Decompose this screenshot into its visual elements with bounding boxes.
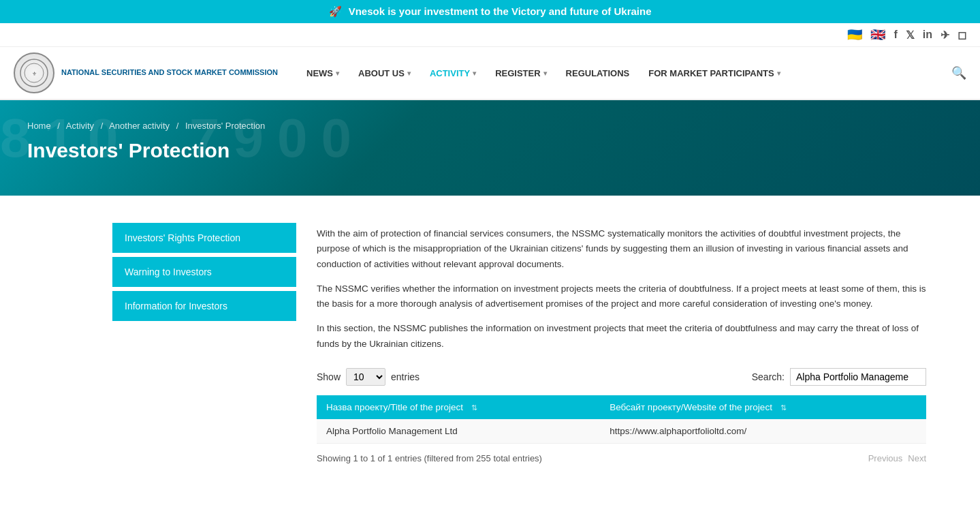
nav-register[interactable]: REGISTER ▾	[487, 63, 554, 84]
search-label: Search:	[752, 371, 785, 382]
sidebar-item-investors-rights[interactable]: Investors' Rights Protection	[112, 223, 296, 253]
logo-emblem: ⚜	[14, 52, 54, 93]
show-entries-control: Show 10 25 50 100 entries	[317, 368, 420, 386]
breadcrumb: Home / Activity / Another activity / Inv…	[27, 121, 953, 131]
search-input[interactable]	[790, 368, 926, 386]
breadcrumb-another-activity[interactable]: Another activity	[109, 121, 170, 131]
table-controls: Show 10 25 50 100 entries Search:	[317, 368, 926, 386]
search-box: Search:	[752, 368, 926, 386]
uk-flag-icon[interactable]: 🇬🇧	[870, 27, 885, 42]
intro-paragraph-1: With the aim of protection of financial …	[317, 226, 926, 272]
content-area: Investors' Rights Protection Warning to …	[0, 196, 953, 491]
project-website-cell[interactable]: https://www.alphaportfolioltd.com/	[600, 419, 926, 444]
nav-about-us[interactable]: ABOUT US ▾	[350, 63, 419, 84]
twitter-link[interactable]: 𝕏	[906, 29, 915, 42]
search-icon[interactable]: 🔍	[951, 65, 966, 80]
sort-arrows-icon[interactable]: ⇅	[780, 403, 787, 412]
breadcrumb-home[interactable]: Home	[27, 121, 51, 131]
banner-text: Vnesok is your investment to the Victory…	[349, 5, 652, 17]
chevron-down-icon: ▾	[336, 70, 339, 77]
chevron-down-icon: ▾	[777, 70, 780, 77]
projects-table: Назва проекту/Title of the project ⇅ Веб…	[317, 395, 926, 444]
pagination-info: Showing 1 to 1 of 1 entries (filtered fr…	[317, 453, 542, 463]
pagination-area: Showing 1 to 1 of 1 entries (filtered fr…	[317, 453, 926, 463]
chevron-down-icon: ▾	[407, 70, 411, 77]
telegram-link[interactable]: ✈	[941, 29, 949, 42]
ukraine-flag-icon[interactable]: 🇺🇦	[847, 27, 862, 42]
instagram-link[interactable]: ◻	[958, 29, 966, 42]
sidebar-item-information[interactable]: Information for Investors	[112, 291, 296, 321]
page-title: Investors' Protection	[27, 139, 953, 162]
header: ⚜ NATIONAL SECURITIES AND STOCK MARKET C…	[0, 47, 980, 100]
breadcrumb-current: Investors' Protection	[185, 121, 265, 131]
hero-banner: Home / Activity / Another activity / Inv…	[0, 100, 980, 196]
table-row: Alpha Portfolio Management Ltd https://w…	[317, 419, 926, 444]
main-nav: NEWS ▾ ABOUT US ▾ ACTIVITY ▾ REGISTER ▾ …	[298, 63, 966, 84]
entries-select[interactable]: 10 25 50 100	[346, 368, 385, 386]
main-content: With the aim of protection of financial …	[317, 223, 926, 463]
social-bar: 🇺🇦 🇬🇧 f 𝕏 in ✈ ◻	[0, 23, 980, 47]
nav-regulations[interactable]: REGULATIONS	[558, 63, 638, 84]
intro-paragraph-2: The NSSMC verifies whether the informati…	[317, 281, 926, 312]
show-label: Show	[317, 371, 341, 382]
linkedin-link[interactable]: in	[923, 29, 932, 41]
chevron-down-icon: ▾	[473, 70, 476, 77]
sort-arrows-icon[interactable]: ⇅	[471, 403, 477, 412]
svg-text:⚜: ⚜	[32, 71, 37, 77]
sidebar: Investors' Rights Protection Warning to …	[112, 223, 296, 463]
col-project-website[interactable]: Вебсайт проекту/Website of the project ⇅	[600, 395, 926, 419]
top-banner: 🚀 Vnesok is your investment to the Victo…	[0, 0, 980, 23]
logo-link[interactable]: ⚜ NATIONAL SECURITIES AND STOCK MARKET C…	[14, 52, 278, 93]
nav-market-participants[interactable]: FOR MARKET PARTICIPANTS ▾	[640, 63, 788, 84]
project-title-cell: Alpha Portfolio Management Ltd	[317, 419, 600, 444]
banner-flag: 🚀	[329, 5, 342, 17]
col-project-title[interactable]: Назва проекту/Title of the project ⇅	[317, 395, 600, 419]
prev-button[interactable]: Previous	[868, 453, 903, 463]
next-button[interactable]: Next	[908, 453, 926, 463]
breadcrumb-activity[interactable]: Activity	[66, 121, 94, 131]
table-header-row: Назва проекту/Title of the project ⇅ Веб…	[317, 395, 926, 419]
logo-text: NATIONAL SECURITIES AND STOCK MARKET COM…	[61, 67, 278, 78]
facebook-link[interactable]: f	[894, 29, 897, 41]
chevron-down-icon: ▾	[543, 70, 547, 77]
nav-news[interactable]: NEWS ▾	[298, 63, 347, 84]
entries-label: entries	[391, 371, 420, 382]
pagination-buttons: Previous Next	[868, 453, 926, 463]
intro-paragraph-3: In this section, the NSSMC publishes the…	[317, 321, 926, 352]
nav-activity[interactable]: ACTIVITY ▾	[422, 63, 484, 84]
sidebar-item-warning[interactable]: Warning to Investors	[112, 257, 296, 287]
